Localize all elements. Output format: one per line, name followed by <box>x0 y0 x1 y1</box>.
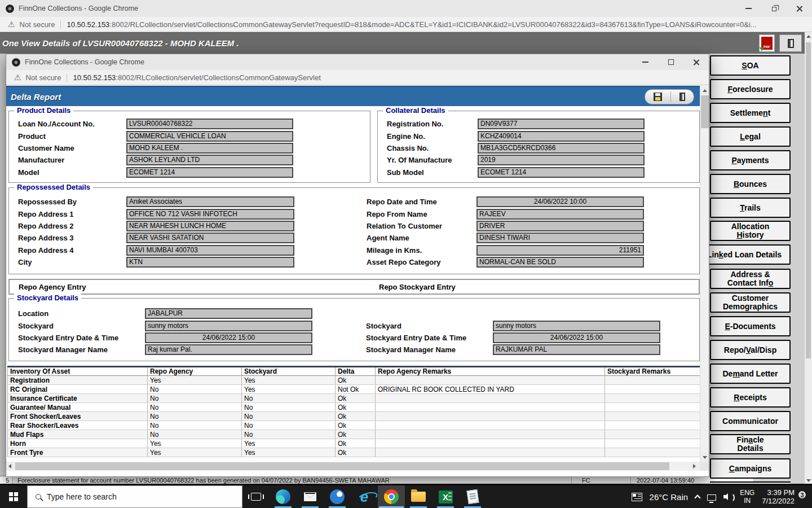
taskbar-app-mail[interactable] <box>297 485 324 508</box>
scrollbar-thumb[interactable] <box>701 95 709 128</box>
sidebar-button-communicator[interactable]: Communicator <box>710 411 791 431</box>
sidebar-button-receipts[interactable]: Receipts <box>710 387 791 408</box>
save-button[interactable] <box>654 93 662 101</box>
engine-no-field[interactable]: KCHZ409014 <box>478 131 645 142</box>
restore-button[interactable] <box>761 0 787 17</box>
not-secure-label[interactable]: Not secure <box>26 73 61 82</box>
sidebar-button-allocation-history[interactable]: Allocation History <box>710 221 791 241</box>
chevron-up-icon[interactable] <box>694 494 700 501</box>
repo-address-1-field[interactable]: OFFICE NO 712 VASHI INFOTECH <box>126 209 294 220</box>
close-button[interactable] <box>787 0 812 17</box>
taskbar-app-excel[interactable] <box>432 485 459 508</box>
network-icon[interactable] <box>707 494 716 501</box>
stockyard-field[interactable]: sunny motors <box>493 321 660 331</box>
model-field[interactable]: ECOMET 1214 <box>126 167 293 178</box>
manufacturer-field[interactable]: ASHOK LEYLAND LTD <box>126 155 293 165</box>
asset-repo-category-field[interactable]: NORMAL-CAN BE SOLD <box>476 257 644 268</box>
cell <box>376 394 605 403</box>
repo-address-4-field[interactable]: NAVI MUMBAI 400703 <box>126 245 294 256</box>
maximize-button[interactable] <box>658 54 683 70</box>
taskbar-app-edge[interactable] <box>270 485 297 508</box>
sidebar-button-e-documents[interactable]: E-Documents <box>710 316 791 336</box>
url-host[interactable]: 10.50.52.153 <box>67 20 109 29</box>
sidebar-button-soa[interactable]: SOA <box>710 55 791 76</box>
sidebar-button-payments[interactable]: Payments <box>710 150 791 170</box>
popup-window-controls <box>633 54 709 70</box>
scroll-up-arrow[interactable] <box>805 32 812 40</box>
weather-widget[interactable]: 26°C Rain <box>650 492 689 502</box>
start-button[interactable] <box>0 485 27 508</box>
sidebar-button-settlement[interactable]: Settlement <box>710 103 791 123</box>
repo-address-3-field[interactable]: NEAR VASHI SATATION <box>126 233 294 243</box>
url-host[interactable]: 10.50.52.153 <box>73 73 116 82</box>
sidebar-button-linked-loan-details[interactable]: Linked Loan Details <box>698 244 791 265</box>
main-address-bar[interactable]: ⚠ Not secure 10.50.52.153 :8002/RLCollec… <box>0 17 812 32</box>
task-view-button[interactable] <box>242 485 270 508</box>
location-field[interactable]: JABALPUR <box>145 308 312 319</box>
not-secure-label[interactable]: Not secure <box>20 20 55 29</box>
exit-button[interactable] <box>779 34 802 52</box>
city-field[interactable]: KTN <box>126 257 294 268</box>
url-path[interactable]: :8002/RLCollection/servlet/CollectionsCo… <box>109 20 756 29</box>
repo-address-2-field[interactable]: NEAR MAHESH LUNCH HOME <box>126 221 294 231</box>
scroll-down-arrow[interactable] <box>805 476 812 484</box>
taskbar-app-chrome-active[interactable] <box>378 485 405 508</box>
registration-no-field[interactable]: DN09V9377 <box>478 119 645 129</box>
sidebar-button-foreclosure[interactable]: Foreclosure <box>710 79 791 99</box>
scroll-down-arrow[interactable] <box>700 453 709 462</box>
search-input[interactable]: Type here to search <box>27 485 242 508</box>
horizontal-scrollbar[interactable] <box>6 462 700 471</box>
mileage-field[interactable]: 211951 <box>476 245 644 256</box>
repo-from-name-field[interactable]: RAJEEV <box>476 209 644 220</box>
chassis-no-field[interactable]: MB1A3GCD5KRCD0366 <box>478 143 645 154</box>
stockyard-manager-name-field[interactable]: Raj kumar Pal. <box>145 344 312 355</box>
sidebar-button-demand-letter[interactable]: Demand Letter <box>710 364 791 384</box>
sidebar-button-label: Finacle Details <box>723 436 777 453</box>
close-button[interactable] <box>683 54 709 70</box>
url-path[interactable]: :8002/RLCollection/servlet/CollectionsCo… <box>116 73 320 82</box>
sidebar-button-repo-val-disp[interactable]: Repo/Val/Disp <box>710 340 791 360</box>
scrollbar-thumb[interactable] <box>806 42 811 358</box>
taskbar-app-internet-explorer[interactable]: e <box>351 485 378 508</box>
year-of-manufacture-field[interactable]: 2019 <box>478 155 645 165</box>
sidebar-button-legal[interactable]: Legal <box>710 126 791 147</box>
scroll-right-arrow[interactable] <box>691 462 698 471</box>
sidebar-button-address-contact-info[interactable]: Address & Contact Info <box>710 269 791 289</box>
agent-name-field[interactable]: DINESH TIWARI <box>476 233 644 243</box>
exit-button[interactable] <box>679 93 685 101</box>
field-label: Repo Address 1 <box>18 210 126 218</box>
minimize-button[interactable] <box>633 54 658 70</box>
relation-to-customer-field[interactable]: DRIVER <box>476 221 644 231</box>
speaker-icon[interactable] <box>723 493 732 501</box>
product-field[interactable]: COMMERCIAL VEHICLE LOAN <box>126 131 293 142</box>
sidebar-button-bounces[interactable]: Bounces <box>710 174 791 194</box>
sub-model-field[interactable]: ECOMET 1214 <box>478 167 645 178</box>
popup-address-bar[interactable]: ⚠ Not secure 10.50.52.153 :8002/RLCollec… <box>6 70 709 85</box>
sidebar-button-trails[interactable]: Trails <box>710 198 791 218</box>
stockyard-entry-datetime-field[interactable]: 24/06/2022 15:00 <box>145 332 312 343</box>
chrome-icon <box>384 489 399 504</box>
language-indicator[interactable]: ENG IN <box>740 489 754 505</box>
scroll-left-arrow[interactable] <box>6 462 14 471</box>
repossessed-by-field[interactable]: Aniket Associates <box>126 196 294 207</box>
scrollbar-thumb[interactable] <box>15 462 669 470</box>
sidebar-button-customer-demographics[interactable]: Customer Demographics <box>710 292 791 313</box>
sidebar-button-finacle-details[interactable]: Finacle Details <box>710 434 791 454</box>
stockyard-manager-name-field[interactable]: RAJKUMAR PAL <box>493 344 660 355</box>
taskbar-app-notepad[interactable] <box>459 485 486 508</box>
main-scrollbar[interactable] <box>805 32 812 484</box>
export-pdf-button[interactable] <box>759 34 775 52</box>
clock[interactable]: 3:39 PM 7/12/2022 <box>762 488 795 505</box>
customer-name-field[interactable]: MOHD KALEEM . <box>126 143 293 154</box>
vertical-scrollbar[interactable] <box>700 86 709 462</box>
loan-account-no-field[interactable]: LVSUR00040768322 <box>126 119 293 129</box>
date: 7/12/2022 <box>762 497 795 505</box>
repo-date-time-field[interactable]: 24/06/2022 10:00 <box>476 196 644 207</box>
minimize-button[interactable] <box>736 0 761 17</box>
stockyard-field[interactable]: sunny motors <box>145 321 312 331</box>
sidebar-button-campaigns[interactable]: Campaigns <box>710 458 791 479</box>
taskbar-app-thunderbird[interactable] <box>324 485 351 508</box>
stockyard-entry-datetime-field[interactable]: 24/06/2022 15:00 <box>493 332 660 343</box>
scroll-up-arrow[interactable] <box>700 86 709 95</box>
taskbar-app-file-explorer[interactable] <box>405 485 432 508</box>
